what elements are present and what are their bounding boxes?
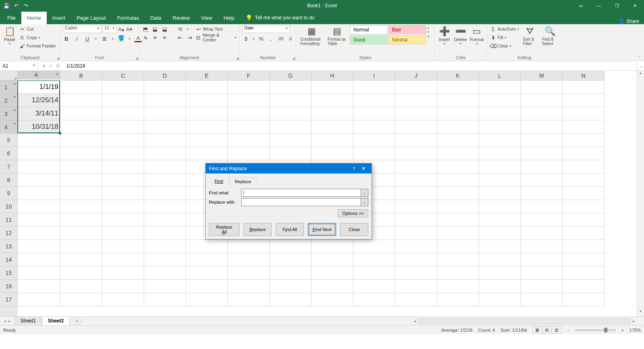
tab-formulas[interactable]: Formulas (111, 12, 144, 24)
cell-I13[interactable] (353, 240, 395, 253)
cell-L8[interactable] (479, 173, 521, 187)
scroll-left-icon[interactable]: ◂ (411, 319, 418, 323)
row-header-6[interactable]: 6 (0, 147, 18, 160)
cell-K5[interactable] (437, 134, 479, 147)
tab-file[interactable]: File (2, 12, 21, 24)
cell-D7[interactable] (144, 160, 186, 173)
cell-H5[interactable] (312, 134, 353, 147)
cell-M10[interactable] (521, 200, 563, 213)
accounting-format-icon[interactable]: $ (242, 35, 250, 42)
cell-B8[interactable] (60, 173, 102, 187)
dialog-launcher-icon[interactable]: ◢ (57, 56, 59, 60)
scroll-up-icon[interactable]: ▴ (637, 71, 644, 78)
cell-A2[interactable]: 12/25/14 (18, 94, 60, 107)
column-header-A[interactable]: A (18, 71, 60, 79)
chevron-up-icon[interactable]: ▴ (427, 26, 429, 29)
cell-A9[interactable] (18, 187, 60, 200)
style-normal[interactable]: Normal (350, 25, 388, 34)
cell-C4[interactable] (102, 120, 144, 134)
column-header-H[interactable]: H (312, 71, 353, 81)
cell-L2[interactable] (479, 94, 521, 107)
redo-icon[interactable]: ↷ (23, 2, 29, 9)
dialog-help-icon[interactable]: ? (349, 166, 359, 171)
scroll-down-icon[interactable]: ▾ (637, 309, 644, 316)
cell-N12[interactable] (563, 227, 605, 240)
sheet-nav[interactable]: ◂▸ (0, 319, 14, 323)
cell-D3[interactable] (144, 107, 186, 120)
share-button[interactable]: 👤 Share (619, 19, 639, 24)
cell-D14[interactable] (144, 253, 186, 266)
chevron-down-icon[interactable]: ▾ (427, 30, 429, 34)
dialog-tab-replace[interactable]: Replace (229, 177, 257, 186)
orientation-icon[interactable]: ⟲ (176, 25, 184, 33)
horizontal-scrollbar[interactable]: ◂ ▸ (411, 318, 637, 324)
chevron-down-icon[interactable]: ▾ (186, 27, 189, 31)
cell-D2[interactable] (144, 94, 186, 107)
dialog-tab-find[interactable]: Find (209, 177, 229, 186)
cell-D17[interactable] (144, 293, 186, 306)
cell-M8[interactable] (521, 173, 563, 187)
zoom-level[interactable]: 175% (630, 328, 641, 332)
row-header-17[interactable]: 17 (0, 293, 18, 306)
expand-formula-bar-icon[interactable]: ⌄ (637, 61, 644, 70)
cell-E5[interactable] (186, 134, 228, 147)
cell-B15[interactable] (60, 266, 102, 280)
cell-D4[interactable] (144, 120, 186, 134)
cell-D8[interactable] (144, 173, 186, 187)
vertical-scrollbar[interactable]: ▴ ▾ (637, 71, 644, 316)
cell-H13[interactable] (312, 240, 353, 253)
cell-L9[interactable] (479, 187, 521, 200)
cell-B6[interactable] (60, 147, 102, 160)
cell-H4[interactable] (312, 120, 353, 134)
borders-button[interactable]: ⊞ (101, 35, 108, 42)
cell-H1[interactable] (312, 81, 353, 94)
cell-J16[interactable] (395, 280, 437, 293)
row-header-8[interactable]: 8 (0, 173, 18, 187)
cell-G2[interactable] (270, 94, 312, 107)
cell-A16[interactable] (18, 280, 60, 293)
cell-A14[interactable] (18, 253, 60, 266)
cell-N11[interactable] (563, 213, 605, 227)
cell-C7[interactable] (102, 160, 144, 173)
cell-N17[interactable] (563, 293, 605, 306)
cell-F3[interactable] (228, 107, 270, 120)
collapse-ribbon-icon[interactable]: ˄ (639, 56, 641, 60)
percent-format-icon[interactable]: % (258, 35, 265, 42)
italic-button[interactable]: I (73, 35, 80, 42)
cell-N7[interactable] (563, 160, 605, 173)
column-header-I[interactable]: I (353, 71, 395, 81)
cell-K7[interactable] (437, 160, 479, 173)
row-header-11[interactable]: 11 (0, 213, 18, 227)
zoom-in-icon[interactable]: + (621, 328, 623, 332)
cell-M1[interactable] (521, 81, 563, 94)
cell-N6[interactable] (563, 147, 605, 160)
cell-H17[interactable] (312, 293, 353, 306)
scroll-right-icon[interactable]: ▸ (630, 319, 637, 323)
formula-input[interactable]: 1/1/2019 (64, 62, 637, 70)
select-all-corner[interactable] (0, 71, 18, 81)
cell-L6[interactable] (479, 147, 521, 160)
cell-L15[interactable] (479, 266, 521, 280)
cell-A13[interactable] (18, 240, 60, 253)
cell-J11[interactable] (395, 213, 437, 227)
cell-E14[interactable] (186, 253, 228, 266)
styles-gallery-scroll[interactable]: ▴▾▾ (427, 25, 430, 45)
column-header-J[interactable]: J (395, 71, 437, 81)
cell-D13[interactable] (144, 240, 186, 253)
find-select-button[interactable]: 🔍Find & Select (540, 25, 559, 47)
wrap-text-button[interactable]: ↩Wrap Text (195, 25, 237, 33)
format-cells-button[interactable]: ▭Format▾ (469, 25, 484, 46)
cell-M7[interactable] (521, 160, 563, 173)
conditional-formatting-button[interactable]: ▦ Conditional Formatting (299, 25, 324, 47)
autosum-button[interactable]: ΣAutoSum▾ (489, 25, 520, 33)
column-header-F[interactable]: F (228, 71, 270, 81)
cell-K17[interactable] (437, 293, 479, 306)
cell-A10[interactable] (18, 200, 60, 213)
cell-I16[interactable] (353, 280, 395, 293)
cell-B16[interactable] (60, 280, 102, 293)
cell-K16[interactable] (437, 280, 479, 293)
cell-M17[interactable] (521, 293, 563, 306)
styles-more-icon[interactable]: ▾ (427, 35, 429, 38)
restore-icon[interactable]: ❐ (608, 0, 626, 11)
cell-E15[interactable] (186, 266, 228, 280)
